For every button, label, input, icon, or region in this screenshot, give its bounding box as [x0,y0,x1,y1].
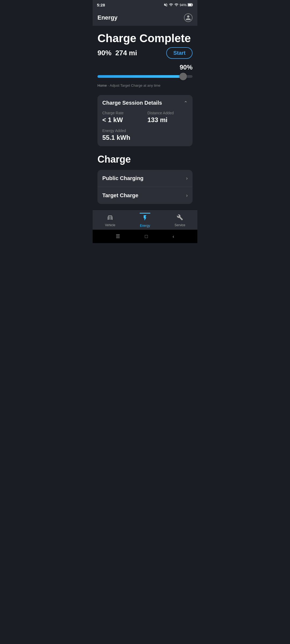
distance-added-label: Distance Added [147,111,188,115]
start-button[interactable]: Start [166,47,193,59]
nav-back-icon[interactable]: ‹ [173,234,174,239]
charge-percent-value: 90% [97,49,111,57]
card-grid: Charge Rate < 1 kW Distance Added 133 mi… [102,111,188,141]
chevron-up-icon: ⌃ [184,100,188,106]
main-content: Charge Complete 90% 274 mi Start 90% Hom… [93,26,197,210]
energy-added-value: 55.1 kWh [102,134,188,141]
status-bar: 5:28 94% [93,0,197,10]
distance-added-value: 133 mi [147,116,188,124]
slider-track [97,75,193,78]
nav-vehicle-label: Vehicle [105,223,115,227]
card-title: Charge Session Details [102,100,162,106]
charge-stats-left: 90% 274 mi [97,49,137,57]
page-title: Energy [97,14,118,21]
charge-slider[interactable] [97,72,193,81]
charge-rate-stat: Charge Rate < 1 kW [102,111,143,124]
signal-icon [174,3,179,7]
nav-energy[interactable]: Energy [136,213,154,228]
nav-vehicle[interactable]: Vehicle [101,214,119,227]
charge-status-title: Charge Complete [97,32,193,45]
app-header: Energy [93,10,197,26]
person-icon [185,15,191,21]
charge-stats-row: 90% 274 mi Start [97,47,193,59]
target-charge-label: Target Charge [102,192,138,199]
mute-icon [164,3,168,7]
slider-fill [97,75,183,78]
slider-hint-prefix: Home · [97,83,110,87]
service-icon [177,214,183,222]
slider-hint-text: Adjust Target Charge at any time [110,83,161,87]
bolt-icon [142,215,148,223]
battery-icon [188,3,193,6]
public-charging-arrow-icon: › [186,175,188,181]
card-header[interactable]: Charge Session Details ⌃ [102,100,188,106]
slider-percentage-label: 90% [97,64,193,71]
system-nav: ☰ □ ‹ [93,230,197,243]
nav-multitask-icon[interactable]: ☰ [116,233,120,239]
target-charge-item[interactable]: Target Charge › [97,187,193,204]
nav-active-indicator [140,213,150,214]
charge-list: Public Charging › Target Charge › [97,170,193,204]
target-charge-arrow-icon: › [186,193,188,198]
bottom-nav: Vehicle Energy Service [93,210,197,230]
status-icons: 94% [164,3,193,7]
charge-session-card: Charge Session Details ⌃ Charge Rate < 1… [97,95,193,146]
energy-added-stat: Energy Added 55.1 kWh [102,129,188,141]
public-charging-item[interactable]: Public Charging › [97,170,193,187]
nav-energy-label: Energy [140,224,150,228]
nav-service-label: Service [175,223,185,227]
charge-section-title: Charge [97,154,193,165]
range-miles-value: 274 mi [115,49,137,57]
slider-hint: Home · Adjust Target Charge at any time [97,83,193,87]
distance-added-stat: Distance Added 133 mi [147,111,188,124]
nav-home-icon[interactable]: □ [145,234,148,239]
svg-point-3 [111,218,112,218]
slider-thumb[interactable] [179,73,187,80]
charge-rate-label: Charge Rate [102,111,143,115]
battery-percentage: 94% [180,3,187,7]
user-avatar[interactable] [184,13,193,22]
energy-added-label: Energy Added [102,129,188,133]
public-charging-label: Public Charging [102,175,143,181]
status-time: 5:28 [97,3,105,7]
charge-rate-value: < 1 kW [102,116,143,124]
car-icon [107,214,113,222]
wifi-icon [169,3,173,7]
svg-point-2 [108,218,109,218]
svg-rect-1 [188,4,192,6]
nav-service[interactable]: Service [171,214,189,227]
